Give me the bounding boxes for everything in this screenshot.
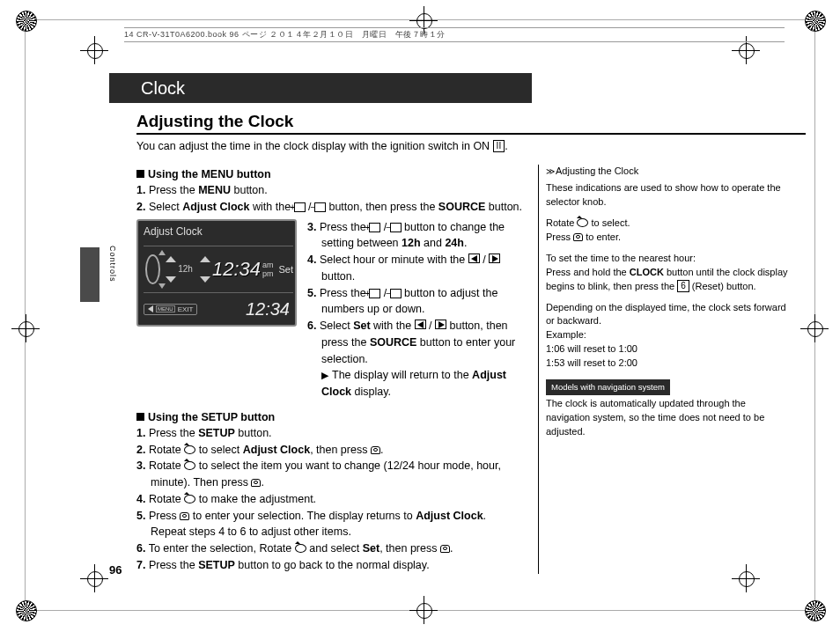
knob-icon	[145, 254, 160, 284]
main-column: Using the MENU button 1. Press the MENU …	[136, 165, 524, 574]
left-button-icon	[468, 254, 480, 263]
hour-mode: 12h	[178, 264, 193, 274]
registration-mark	[11, 314, 40, 342]
right-button-icon	[435, 320, 446, 329]
push-knob-icon	[573, 233, 583, 241]
display-time-small: 12:34	[246, 299, 290, 320]
crop-mark	[805, 11, 824, 30]
registration-mark	[80, 36, 108, 64]
sidebar-column: Adjusting the Clock These indications ar…	[538, 165, 788, 574]
side-tab	[80, 247, 99, 302]
crop-mark	[16, 600, 35, 620]
setup-steps: 1. Press the SETUP button. 2. Rotate to …	[136, 425, 524, 574]
registration-mark	[409, 596, 438, 624]
plus-button-icon: +	[369, 289, 380, 298]
rotate-knob-icon	[295, 544, 306, 553]
page-content: Adjusting the Clock You can adjust the t…	[136, 112, 806, 574]
rotate-knob-icon	[184, 461, 195, 470]
push-knob-icon	[371, 446, 380, 454]
sidebar-title: Adjusting the Clock	[539, 165, 788, 179]
right-button-icon	[489, 254, 500, 263]
menu-steps: 1. Press the MENU button. 2. Select Adju…	[136, 182, 524, 216]
set-label: Set	[278, 264, 293, 275]
crop-mark	[805, 600, 824, 620]
push-knob-icon	[251, 479, 261, 487]
left-button-icon	[415, 320, 426, 329]
clock-display-illustration: Adjust Clock 12h 12:34 am pm Set	[136, 219, 297, 327]
minus-button-icon: −	[390, 223, 402, 232]
push-knob-icon	[440, 545, 450, 553]
section-header: Clock	[109, 73, 532, 103]
models-tag: Models with navigation system	[546, 379, 670, 395]
setup-section-heading: Using the SETUP button	[136, 411, 524, 423]
up-down-icon	[200, 256, 210, 283]
rotate-knob-icon	[184, 495, 195, 503]
registration-mark	[80, 564, 108, 592]
display-time: 12:34	[212, 258, 261, 281]
preset-6-icon: 6	[677, 280, 689, 292]
rotate-knob-icon	[577, 218, 588, 227]
page-frame: 14 CR-V-31T0A6200.book 96 ページ ２０１４年２月１０日…	[25, 19, 815, 611]
page-title: Adjusting the Clock	[136, 112, 806, 135]
triangle-bullet-icon: ▶	[321, 370, 328, 380]
menu-steps-continued: 3. Press the + / − button to change the …	[307, 219, 524, 401]
up-down-icon	[166, 256, 176, 283]
crop-mark	[16, 11, 35, 30]
minus-button-icon: −	[390, 289, 402, 298]
page-number: 96	[109, 563, 122, 577]
intro-text: You can adjust the time in the clock dis…	[136, 140, 806, 152]
menu-exit-button: MENU EXIT	[144, 304, 197, 315]
plus-button-icon: +	[369, 223, 380, 232]
minus-button-icon: −	[314, 202, 326, 212]
menu-section-heading: Using the MENU button	[136, 168, 524, 180]
side-label: Controls	[108, 246, 117, 283]
push-knob-icon	[180, 512, 189, 520]
ignition-ii-icon: II	[493, 140, 505, 152]
rotate-knob-icon	[184, 445, 195, 454]
display-title: Adjust Clock	[144, 225, 203, 238]
book-info-line: 14 CR-V-31T0A6200.book 96 ページ ２０１４年２月１０日…	[124, 27, 785, 42]
plus-button-icon: +	[294, 202, 306, 212]
